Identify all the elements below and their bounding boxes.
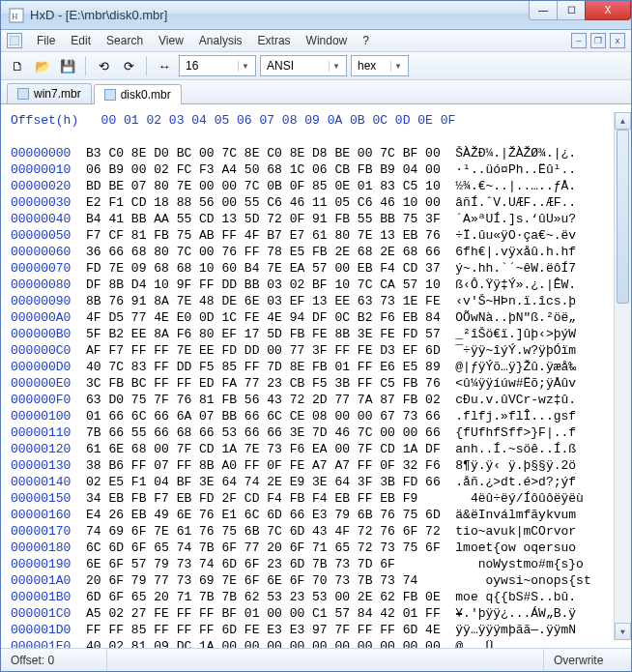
numbase-combo[interactable]: hex ▼ (351, 55, 409, 76)
mdi-minimize-button[interactable]: – (571, 33, 587, 48)
menu-search[interactable]: Search (100, 32, 150, 49)
save-file-button[interactable]: 💾 (57, 55, 78, 76)
mdi-close-button[interactable]: x (610, 33, 625, 48)
open-file-button[interactable]: 📂 (32, 55, 53, 76)
window-title: HxD - [E:\mbr\disk0.mbr] (30, 8, 530, 22)
tab-label: win7.mbr (34, 87, 81, 101)
svg-rect-2 (10, 36, 19, 45)
new-file-button[interactable]: 🗋 (7, 55, 28, 76)
menu-extras[interactable]: Extras (251, 32, 298, 49)
menu-file[interactable]: File (30, 32, 62, 49)
status-spacer (107, 649, 544, 671)
window-maximize-button[interactable]: ☐ (557, 1, 586, 20)
tab-win7[interactable]: win7.mbr (7, 83, 92, 103)
menubar: File Edit Search View Analysis Extras Wi… (1, 30, 631, 52)
file-icon (104, 89, 116, 101)
width-icon: ↔ (154, 55, 175, 76)
menu-help[interactable]: ? (356, 32, 376, 49)
chevron-down-icon: ▼ (390, 61, 405, 72)
statusbar: Offset: 0 Overwrite (1, 648, 631, 671)
numbase-value: hex (358, 59, 376, 73)
status-offset: Offset: 0 (1, 649, 107, 671)
chevron-down-icon: ▼ (329, 61, 343, 72)
app-icon: H (9, 8, 24, 23)
menu-edit[interactable]: Edit (64, 32, 98, 49)
chevron-down-icon: ▼ (238, 61, 252, 72)
menu-window[interactable]: Window (300, 32, 355, 49)
titlebar: H HxD - [E:\mbr\disk0.mbr] — ☐ X (1, 1, 631, 30)
separator (146, 56, 147, 75)
charset-value: ANSI (267, 59, 294, 73)
bytes-per-row-combo[interactable]: 16 ▼ (179, 55, 256, 76)
scroll-down-button[interactable]: ▼ (615, 623, 631, 640)
charset-combo[interactable]: ANSI ▼ (260, 55, 347, 76)
scroll-up-button[interactable]: ▲ (615, 112, 631, 130)
status-mode: Overwrite (544, 649, 631, 671)
mdi-icon (7, 33, 22, 48)
tab-label: disk0.mbr (121, 88, 171, 102)
toolbar: 🗋 📂 💾 ⟲ ⟳ ↔ 16 ▼ ANSI ▼ hex ▼ (1, 52, 631, 80)
scroll-thumb[interactable] (617, 130, 629, 304)
window-close-button[interactable]: X (585, 1, 631, 20)
hex-editor[interactable]: Offset(h) 00 01 02 03 04 05 06 07 08 09 … (1, 104, 631, 648)
mdi-restore-button[interactable]: ❐ (590, 33, 606, 48)
file-icon (17, 88, 29, 100)
tabbar: win7.mbr disk0.mbr (1, 80, 631, 104)
refresh1-button[interactable]: ⟲ (93, 55, 114, 76)
bytes-per-row-value: 16 (186, 59, 198, 73)
separator (85, 56, 86, 75)
vertical-scrollbar[interactable]: ▲ ▼ (614, 112, 631, 640)
svg-text:H: H (12, 12, 18, 21)
window-minimize-button[interactable]: — (529, 1, 558, 20)
tab-disk0[interactable]: disk0.mbr (94, 84, 182, 104)
refresh2-button[interactable]: ⟳ (118, 55, 139, 76)
menu-analysis[interactable]: Analysis (192, 32, 249, 49)
menu-view[interactable]: View (152, 32, 190, 49)
